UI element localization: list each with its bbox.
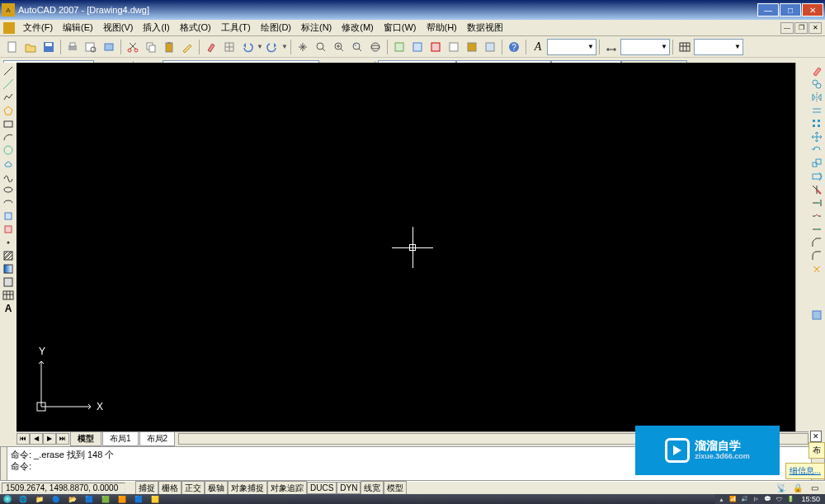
tray-shield-icon[interactable]: 🛡 (773, 495, 785, 503)
textstyle-icon[interactable]: A (530, 39, 546, 55)
erase-icon[interactable] (809, 64, 824, 78)
vertical-scrollbar[interactable] (795, 63, 808, 431)
menu-view[interactable]: 视图(V) (98, 20, 139, 35)
menu-modify[interactable]: 修改(M) (337, 20, 379, 35)
menu-format[interactable]: 格式(O) (175, 20, 216, 35)
new-icon[interactable] (4, 39, 21, 55)
tab-prev-button[interactable]: ◀ (30, 433, 43, 445)
point-icon[interactable] (1, 236, 16, 249)
tray-net-icon[interactable]: 📶 (727, 495, 738, 503)
pan-icon[interactable] (295, 39, 311, 55)
toolpalettes-icon[interactable] (409, 39, 426, 55)
help-icon[interactable]: ? (506, 39, 522, 55)
menu-draw[interactable]: 绘图(D) (256, 20, 296, 35)
extend-icon[interactable] (809, 196, 824, 210)
rotate-icon[interactable] (809, 144, 824, 157)
menu-dataview[interactable]: 数据视图 (462, 20, 508, 35)
calc-icon[interactable] (446, 39, 462, 55)
task-explorer-icon[interactable]: 📁 (31, 494, 48, 504)
open-icon[interactable] (22, 39, 39, 55)
maximize-button[interactable]: □ (780, 3, 801, 16)
make-block-icon[interactable] (1, 223, 16, 236)
polar-toggle[interactable]: 极轴 (205, 481, 228, 496)
tab-layout1[interactable]: 布局1 (102, 431, 139, 446)
array-icon[interactable] (809, 117, 824, 130)
hatch-icon[interactable] (1, 249, 16, 262)
cut-icon[interactable] (125, 39, 141, 55)
zoom-previous-icon[interactable] (349, 39, 365, 55)
polygon-icon[interactable] (1, 104, 16, 117)
mirror-icon[interactable] (809, 91, 824, 104)
tray-batt-icon[interactable]: 🔋 (785, 495, 796, 503)
insert-block-icon[interactable] (1, 210, 16, 223)
menu-dimension[interactable]: 标注(N) (296, 20, 337, 35)
undo-icon[interactable] (239, 39, 256, 55)
circle-icon[interactable] (1, 144, 16, 157)
drawing-canvas[interactable]: X Y (16, 63, 808, 431)
copy-object-icon[interactable] (809, 78, 824, 91)
task-app1-icon[interactable]: 🟦 (81, 494, 97, 504)
close-button[interactable]: ✕ (802, 3, 823, 16)
task-folder-icon[interactable]: 📂 (64, 494, 81, 504)
move-icon[interactable] (809, 130, 824, 144)
doc-restore-button[interactable]: ❐ (794, 22, 808, 34)
zoom-window-icon[interactable] (331, 39, 347, 55)
tab-first-button[interactable]: ⏮ (16, 433, 30, 445)
menu-help[interactable]: 帮助(H) (422, 20, 462, 35)
mtext-icon[interactable]: A (1, 302, 16, 315)
menu-window[interactable]: 窗口(W) (379, 20, 422, 35)
revcloud-icon[interactable] (1, 157, 16, 170)
table-icon[interactable] (1, 289, 16, 302)
task-app2-icon[interactable]: 🟩 (97, 494, 114, 504)
tray-vol-icon[interactable]: 🔊 (738, 495, 750, 503)
orbit-icon[interactable] (367, 39, 384, 55)
polyline-icon[interactable] (1, 91, 16, 104)
grid-toggle[interactable]: 栅格 (158, 481, 182, 496)
menu-file[interactable]: 文件(F) (18, 20, 58, 35)
overlay-info-link[interactable]: 细信息... (785, 463, 825, 479)
region-icon[interactable] (1, 276, 16, 289)
lwt-toggle[interactable]: 线宽 (361, 481, 384, 496)
trim-icon[interactable] (809, 183, 824, 196)
taskbar-clock[interactable]: 15:50 (796, 495, 825, 503)
tray-lock-icon[interactable]: 🔒 (790, 482, 805, 495)
line-icon[interactable] (1, 64, 16, 78)
xline-icon[interactable] (1, 78, 16, 91)
arc-icon[interactable] (1, 130, 16, 144)
ducs-toggle[interactable]: DUCS (307, 482, 337, 494)
offset-icon[interactable] (809, 104, 824, 117)
tab-last-button[interactable]: ⏭ (56, 433, 69, 445)
model-toggle[interactable]: 模型 (384, 481, 407, 496)
tab-next-button[interactable]: ▶ (43, 433, 56, 445)
tray-flag-icon[interactable]: 🏳 (750, 495, 761, 503)
minimize-button[interactable]: — (757, 3, 779, 16)
task-word-icon[interactable]: 🟦 (130, 494, 147, 504)
tray-comm-icon[interactable]: 📡 (774, 482, 789, 495)
join-icon[interactable] (809, 223, 824, 236)
dimstyle-dropdown[interactable]: ▼ (620, 39, 670, 55)
task-autocad-icon[interactable]: 🟧 (114, 494, 130, 504)
textstyle-dropdown[interactable]: ▼ (547, 39, 596, 55)
ellipse-icon[interactable] (1, 183, 16, 196)
rectangle-icon[interactable] (1, 117, 16, 130)
doc-minimize-button[interactable]: — (780, 22, 794, 34)
menu-insert[interactable]: 插入(I) (138, 20, 174, 35)
dimstyle-icon[interactable] (603, 39, 620, 55)
sheetset-icon[interactable] (391, 39, 408, 55)
save-icon[interactable] (40, 39, 57, 55)
redo-icon[interactable] (264, 39, 280, 55)
tab-layout2[interactable]: 布局2 (139, 431, 176, 446)
start-button[interactable] (0, 494, 15, 504)
tray-tools-icon[interactable]: ▭ (807, 482, 822, 495)
snap-toggle[interactable]: 捕捉 (135, 481, 158, 496)
doc-close-button[interactable]: ✕ (808, 22, 822, 34)
designcenter-icon[interactable] (482, 39, 498, 55)
publish-icon[interactable] (101, 39, 117, 55)
zoom-realtime-icon[interactable] (313, 39, 329, 55)
fillet-icon[interactable] (809, 249, 824, 262)
osnap-toggle[interactable]: 对象捕捉 (228, 481, 267, 496)
task-ie-icon[interactable]: 🌐 (15, 494, 31, 504)
undo-dropdown[interactable]: ▼ (257, 43, 263, 50)
tablestyle-icon[interactable] (676, 39, 693, 55)
explode-icon[interactable] (809, 262, 824, 276)
